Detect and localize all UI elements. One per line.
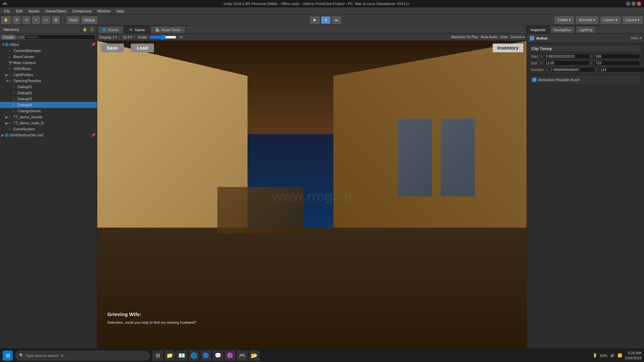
- hierarchy-item-dontdestroyonload[interactable]: ▶🌐DontDestroyOnLoad📌: [0, 132, 97, 138]
- close-button[interactable]: ✕: [637, 1, 641, 6]
- windows-start-button[interactable]: ⊞: [3, 351, 13, 361]
- end-f-input[interactable]: [594, 60, 640, 66]
- maximize-on-play[interactable]: Maximize On Play: [451, 35, 478, 39]
- game-inventory-button[interactable]: Inventory: [493, 44, 523, 52]
- game-load-button[interactable]: Load: [131, 44, 154, 52]
- minimize-button[interactable]: −: [626, 1, 631, 6]
- hierarchy-item-changescene[interactable]: ○ChangeScene: [0, 108, 97, 114]
- hierarchy-item-office[interactable]: ▼🌐Office📌: [0, 42, 97, 48]
- layout-button[interactable]: Layout ▾: [623, 16, 643, 24]
- hierarchy-item-lightprobes[interactable]: ▶○LightProbes: [0, 72, 97, 78]
- rotate-tool-button[interactable]: ↺: [22, 16, 30, 24]
- hierarchy-item-basecanvas[interactable]: ○BaseCanvas: [0, 54, 97, 60]
- hierarchy-item-dialog04[interactable]: ○Dialog04: [0, 102, 97, 108]
- center-panel: 🌐 Scene 🎮 Game 🏪 Asset Store Display 1 ▾…: [97, 25, 527, 352]
- view-tabs: 🌐 Scene 🎮 Game 🏪 Asset Store: [97, 25, 527, 34]
- hierarchy-search-input[interactable]: [25, 35, 96, 40]
- start-f-input[interactable]: [594, 54, 640, 59]
- hierarchy-content: ▼🌐Office📌○CameraManager○BaseCanvas📷Main …: [0, 41, 97, 352]
- rect-tool-button[interactable]: ▭: [42, 16, 50, 24]
- gizmos-button[interactable]: Gizmos ▾: [511, 35, 525, 39]
- start-s-input[interactable]: [544, 54, 590, 59]
- hierarchy-item-cameramanager[interactable]: ○CameraManager: [0, 48, 97, 54]
- toolbar-right: Collab ▾ Account ▾ Layers ▾ Layout ▾: [554, 16, 643, 24]
- menu-assets[interactable]: Assets: [26, 8, 42, 14]
- active-checkbox[interactable]: [530, 36, 534, 41]
- hand-tool-button[interactable]: ✋: [1, 16, 11, 24]
- menu-file[interactable]: File: [1, 8, 13, 14]
- hierarchy-item-dialog01[interactable]: ○Dialog01: [0, 84, 97, 90]
- window-title: Unity 2018.2.8f1 Personal (64bit) - Offi…: [224, 2, 410, 6]
- scene-floor: [97, 228, 527, 352]
- files-app[interactable]: 📂: [249, 350, 260, 361]
- pivot-button[interactable]: Pivot: [67, 16, 79, 24]
- aspect-selector[interactable]: 16:9 ▾: [122, 35, 132, 39]
- menu-window[interactable]: Window: [95, 8, 113, 14]
- menu-gameobject[interactable]: GameObject: [43, 8, 69, 14]
- clock-time: 9:26 AM: [625, 351, 641, 355]
- chrome-app[interactable]: 🌐: [189, 350, 199, 361]
- collab-button[interactable]: Collab ▾: [554, 16, 574, 24]
- hierarchy-item-eventsystem[interactable]: ○EventSystem: [0, 126, 97, 132]
- whatsapp-app[interactable]: 💬: [213, 350, 223, 361]
- duration-s-input[interactable]: [549, 67, 595, 72]
- maximize-button[interactable]: □: [631, 1, 636, 6]
- display-selector[interactable]: Display 1 ▾: [99, 35, 117, 39]
- hierarchy-item-dialog02[interactable]: ○Dialog02: [0, 90, 97, 96]
- game-save-button[interactable]: Save: [101, 44, 124, 52]
- scale-slider[interactable]: [150, 36, 176, 39]
- menu-component[interactable]: Component: [69, 8, 94, 14]
- hierarchy-item-main-camera[interactable]: 📷Main Camera: [0, 60, 97, 66]
- mute-audio[interactable]: Mute Audio: [481, 35, 497, 39]
- end-s-prefix: s: [541, 61, 543, 65]
- menu-help[interactable]: Help: [114, 8, 127, 14]
- expand-arrow-icon: ▶: [5, 121, 9, 125]
- hierarchy-item-label: EventSystem: [13, 127, 96, 131]
- account-button[interactable]: Account ▾: [576, 16, 598, 24]
- activation-section: Activation Playable Asset: [530, 76, 641, 84]
- global-button[interactable]: Global: [82, 16, 97, 24]
- tab-scene-label: Scene: [108, 28, 118, 32]
- hierarchy-item-label: ChangeScene: [17, 109, 96, 113]
- stats-button[interactable]: Stats: [500, 35, 508, 39]
- hierarchy-tab[interactable]: Hierarchy: [2, 27, 20, 32]
- transform-tool-button[interactable]: ⊞: [52, 16, 60, 24]
- tab-asset-store[interactable]: 🏪 Asset Store: [151, 26, 185, 33]
- create-label[interactable]: Create: [1, 35, 16, 40]
- toolbar-sep-1: [63, 17, 63, 23]
- unity-app[interactable]: 🎮: [237, 350, 248, 361]
- clip-timing-header[interactable]: Clip Timing: [530, 46, 641, 52]
- pause-button[interactable]: ⏸: [321, 16, 330, 24]
- step-button[interactable]: ⏭: [332, 16, 341, 24]
- scale-tool-button[interactable]: ⤢: [32, 16, 40, 24]
- explorer-app[interactable]: 📁: [164, 350, 175, 361]
- hierarchy-item-willoffices[interactable]: ○WillOffices: [0, 66, 97, 72]
- move-tool-button[interactable]: ✛: [13, 16, 20, 24]
- hierarchy-item-dialog03[interactable]: ○Dialog03: [0, 96, 97, 102]
- start-s-prefix: s: [541, 55, 543, 58]
- vs-app[interactable]: 🟣: [225, 350, 235, 361]
- tab-scene[interactable]: 🌐 Scene: [97, 26, 123, 33]
- tab-inspector[interactable]: Inspector: [527, 26, 549, 33]
- tab-game[interactable]: 🎮 Game: [124, 26, 150, 33]
- edge-app[interactable]: 🔵: [201, 350, 211, 361]
- tab-lighting[interactable]: Lighting: [576, 26, 596, 33]
- end-s-input[interactable]: [544, 60, 590, 66]
- asset-store-icon: 🏪: [156, 28, 159, 32]
- taskview-app[interactable]: ⊞: [152, 350, 163, 361]
- hierarchy-menu-icon[interactable]: ☰: [90, 27, 95, 32]
- item-type-icon: 🌐: [5, 43, 9, 46]
- tab-navigation[interactable]: Navigation: [550, 26, 575, 33]
- taskbar-search[interactable]: 🔍 Type here to search 🎙: [15, 351, 150, 360]
- layers-button[interactable]: Layers ▾: [600, 16, 621, 24]
- item-type-icon: ○: [9, 55, 13, 58]
- hierarchy-item-tt_demo_male_b[interactable]: ▶○TT_demo_male_B: [0, 120, 97, 126]
- tab-game-label: Game: [135, 28, 145, 32]
- hierarchy-item-tt_demo_female[interactable]: ▶○TT_demo_female: [0, 114, 97, 120]
- duration-f-input[interactable]: [599, 67, 644, 72]
- mail-app[interactable]: 📧: [176, 350, 187, 361]
- play-button[interactable]: ▶: [310, 16, 320, 24]
- hierarchy-item-openingtimeline[interactable]: ▼○OpeningTimeline: [0, 78, 97, 84]
- menu-edit[interactable]: Edit: [13, 8, 25, 14]
- hierarchy-lock-icon[interactable]: 🔒: [82, 27, 88, 32]
